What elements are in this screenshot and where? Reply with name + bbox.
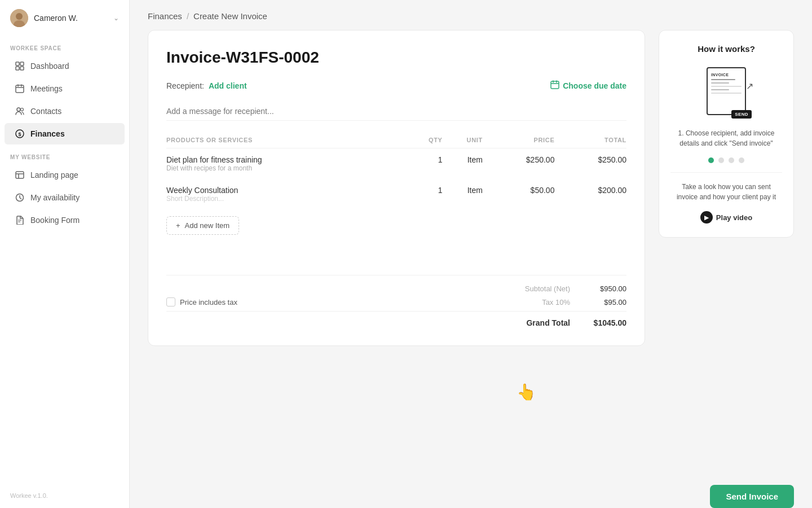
- invoice-paper: INVOICE SEND: [707, 67, 746, 115]
- add-client-button[interactable]: Add client: [209, 81, 247, 90]
- avatar: [10, 9, 28, 27]
- invoice-meta: Recepient: Add client Choose due date: [166, 80, 626, 91]
- table-row: Weekly Consultation Short Description...…: [166, 179, 626, 209]
- tax-row: Price includes tax Tax 10% $95.00: [166, 297, 626, 306]
- svg-rect-4: [20, 62, 24, 65]
- sidebar-item-booking-form[interactable]: Booking Form: [5, 209, 125, 231]
- user-name: Cameron W.: [34, 14, 108, 23]
- subtotal-row: Subtotal (Net) $950.00: [166, 284, 626, 293]
- workee-space-label: WORKEE SPACE: [0, 36, 129, 55]
- totals-section: Subtotal (Net) $950.00 Price includes ta…: [166, 275, 626, 327]
- action-bar: Send Invoice: [130, 474, 812, 508]
- plus-icon: +: [176, 221, 180, 230]
- svg-rect-21: [551, 81, 559, 89]
- dot-3: [729, 157, 734, 163]
- sidebar-item-label: Booking Form: [30, 216, 80, 225]
- breadcrumb-finances[interactable]: Finances: [148, 11, 182, 21]
- video-desc: Take a look how you can sent invoice and…: [670, 182, 782, 202]
- col-header-price: PRICE: [483, 132, 555, 148]
- recipient-label: Recepient:: [166, 81, 204, 90]
- tax-right: Tax 10% $95.00: [396, 298, 626, 306]
- clock-icon: [15, 192, 25, 203]
- price-includes-tax-checkbox[interactable]: [166, 297, 175, 306]
- grand-total-row: Grand Total $1045.00: [166, 311, 626, 327]
- sidebar: Cameron W. ⌄ WORKEE SPACE Dashboard Meet…: [0, 0, 130, 508]
- svg-text:$: $: [18, 132, 21, 137]
- invoice-number: Invoice-W31FS-0002: [166, 49, 626, 67]
- send-invoice-button[interactable]: Send Invoice: [710, 485, 794, 508]
- dollar-icon: $: [15, 129, 25, 139]
- invoice-illustration: INVOICE SEND ↗: [698, 63, 754, 119]
- add-item-label: Add new Item: [185, 221, 230, 230]
- item-name: Diet plan for fitness training Diet with…: [166, 148, 408, 179]
- my-website-label: MY WEBSITE: [0, 145, 129, 164]
- svg-rect-5: [16, 67, 19, 70]
- col-header-unit: UNIT: [443, 132, 483, 148]
- play-video-button[interactable]: ▶ Play video: [700, 211, 752, 224]
- calendar-icon: [15, 84, 25, 94]
- svg-point-11: [17, 108, 20, 111]
- sidebar-item-label: My availability: [30, 193, 80, 202]
- price-includes-tax-label: Price includes tax: [180, 298, 237, 306]
- svg-rect-3: [16, 62, 19, 65]
- layout-icon: [15, 170, 25, 180]
- dot-1: [708, 157, 714, 163]
- grand-total-label: Grand Total: [368, 318, 570, 327]
- item-unit: Item: [443, 148, 483, 179]
- item-price: $250.00: [483, 148, 555, 179]
- breadcrumb-separator: /: [187, 11, 189, 21]
- sidebar-item-label: Meetings: [30, 84, 63, 93]
- recipient-row: Recepient: Add client: [166, 81, 247, 90]
- item-total: $200.00: [554, 179, 626, 209]
- calendar-icon: [550, 80, 559, 91]
- breadcrumb: Finances / Create New Invoice: [130, 0, 812, 30]
- grid-icon: [15, 61, 25, 71]
- right-panel: How it works? INVOICE SEND ↗ 1. Choose r…: [659, 30, 794, 456]
- sidebar-item-availability[interactable]: My availability: [5, 187, 125, 208]
- sidebar-item-meetings[interactable]: Meetings: [5, 78, 125, 99]
- divider: [670, 172, 782, 173]
- sidebar-item-label: Landing page: [30, 170, 78, 179]
- content-area: Invoice-W31FS-0002 Recepient: Add client: [130, 30, 812, 474]
- hiw-step1: 1. Choose recipient, add invoice details…: [670, 128, 782, 148]
- users-icon: [15, 106, 25, 116]
- user-menu[interactable]: Cameron W. ⌄: [0, 0, 129, 36]
- dot-4: [739, 157, 744, 163]
- sidebar-item-landing-page[interactable]: Landing page: [5, 164, 125, 186]
- hiw-title: How it works?: [698, 44, 755, 54]
- col-header-product: PRODUCTS OR SERVICES: [166, 132, 408, 148]
- subtotal-label: Subtotal (Net): [368, 284, 570, 293]
- sidebar-item-dashboard[interactable]: Dashboard: [5, 55, 125, 77]
- item-total: $250.00: [554, 148, 626, 179]
- item-qty: 1: [408, 179, 443, 209]
- sidebar-item-label: Finances: [30, 129, 65, 138]
- grand-total-value: $1045.00: [570, 318, 626, 327]
- invoice-table: PRODUCTS OR SERVICES QTY UNIT PRICE TOTA…: [166, 132, 626, 209]
- add-new-item-button[interactable]: + Add new Item: [166, 216, 239, 235]
- col-header-total: TOTAL: [554, 132, 626, 148]
- item-qty: 1: [408, 148, 443, 179]
- sidebar-item-label: Contacts: [30, 107, 61, 116]
- file-text-icon: [15, 215, 25, 225]
- main-content: Finances / Create New Invoice Invoice-W3…: [130, 0, 812, 508]
- subtotal-value: $950.00: [570, 284, 626, 293]
- price-includes-tax-area: Price includes tax: [166, 297, 396, 306]
- item-unit: Item: [443, 179, 483, 209]
- svg-rect-7: [16, 85, 24, 93]
- sidebar-item-finances[interactable]: $ Finances: [5, 123, 125, 144]
- svg-point-1: [16, 13, 23, 20]
- breadcrumb-current: Create New Invoice: [193, 11, 267, 21]
- svg-rect-6: [20, 67, 24, 70]
- sidebar-item-contacts[interactable]: Contacts: [5, 100, 125, 122]
- sidebar-item-label: Dashboard: [30, 62, 69, 71]
- table-row: Diet plan for fitness training Diet with…: [166, 148, 626, 179]
- svg-rect-15: [16, 172, 24, 178]
- chevron-down-icon: ⌄: [113, 14, 119, 22]
- message-input[interactable]: [166, 102, 626, 121]
- item-description: Diet with recipes for a month: [166, 164, 408, 177]
- svg-point-12: [21, 108, 24, 111]
- invoice-card: Invoice-W31FS-0002 Recepient: Add client: [148, 30, 645, 346]
- choose-due-date-label: Choose due date: [563, 81, 626, 90]
- send-arrow-icon: ↗: [746, 81, 753, 91]
- choose-due-date-button[interactable]: Choose due date: [550, 80, 626, 91]
